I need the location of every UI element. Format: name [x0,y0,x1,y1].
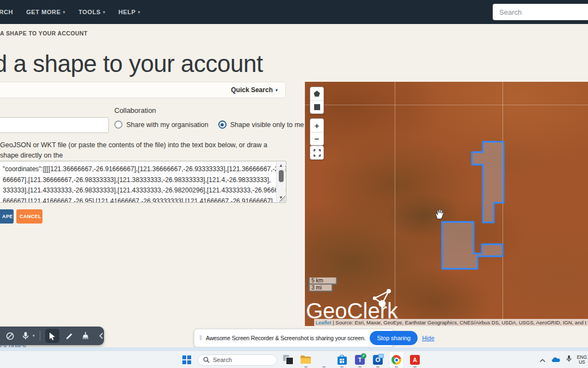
chevron-down-icon[interactable]: ▾ [33,334,35,338]
geojson-line: "coordinates":[[[[121.36666667,-26.91666… [3,164,274,175]
leaflet-map[interactable]: + − 5 km 3 mi GeoClerk Leaflet | Source:… [305,82,588,326]
fullscreen-icon [314,149,321,156]
map-attribution: Leaflet | Source: Esri, Maxar, GeoEye, E… [314,319,588,326]
radio-visible-only-me[interactable] [218,120,226,129]
acrobat-icon: A [410,355,420,365]
search-icon [203,357,210,363]
sharing-message: Awesome Screen Recorder & Screenshot is … [206,335,365,341]
hand-cursor [433,207,446,220]
chrome-icon [391,355,401,365]
windows-logo-icon [182,355,191,364]
shape-north-polygon[interactable] [472,142,504,222]
geojson-line: 666667],[121.41666667,-26.95],[121.41666… [3,196,274,203]
draw-toolbar [310,87,324,114]
leaflet-link[interactable]: Leaflet [316,319,332,325]
geojson-content: "coordinates":[[[[121.36666667,-26.91666… [3,164,274,203]
chevron-down-icon: ▾ [275,88,278,93]
geoclerk-app: EARCH GET MORE▾ TOOLS▾ HELP▾ A SHAPE TO … [0,0,588,368]
teams-icon: T✓ [355,355,365,365]
windows-taskbar: Search T✓ O A [0,351,588,368]
shape-name-field[interactable] [0,117,109,133]
envelope-badge-icon [378,354,384,358]
chevron-down-icon: ▾ [63,10,66,15]
breadcrumb: A SHAPE TO YOUR ACCOUNT [0,30,88,37]
screen-sharing-banner: ‖ Awesome Screen Recorder & Screenshot i… [194,329,394,347]
nav-item-tools[interactable]: TOOLS▾ [78,9,105,15]
zoom-out-button[interactable]: − [310,132,323,145]
chrome-button[interactable] [389,351,404,368]
microphone-icon[interactable] [20,330,31,341]
cancel-button[interactable]: CANCEL [16,209,42,224]
teams-button[interactable]: T✓ [353,352,367,368]
toolbar-divider [40,331,40,341]
navbar-search-input[interactable] [493,4,588,20]
geojson-textarea[interactable]: "coordinates":[[[[121.36666667,-26.91666… [0,161,286,203]
scrollbar-thumb[interactable] [279,170,284,182]
file-explorer-button[interactable] [299,352,313,368]
pencil-tool[interactable] [64,330,75,341]
scale-bar-mi: 3 mi [309,285,333,292]
chevron-down-icon: ▾ [138,10,140,15]
drawn-shapes-layer [305,82,588,326]
textarea-resize-handle[interactable] [279,196,285,202]
language-indicator[interactable]: ENG US [577,355,587,365]
camera-off-icon[interactable] [4,330,15,341]
nav-item-get-more[interactable]: GET MORE▾ [26,9,65,15]
nav-menu: EARCH GET MORE▾ TOOLS▾ HELP▾ [0,0,140,24]
drag-grip-icon[interactable]: ‖ [199,334,201,342]
hide-link[interactable]: Hide [422,335,434,341]
rectangle-icon [314,104,320,110]
geojson-line: 333333],[121.43333333,-26.98333333],[121… [3,185,274,196]
show-hidden-icons-chevron[interactable] [540,355,546,365]
scale-bar-km: 5 km [309,277,337,285]
edge-icon [319,355,329,365]
collapse-toolbar-chevron[interactable] [96,330,107,341]
radio-visible-only-me-label[interactable]: Shape visible only to me [230,121,304,129]
radio-share-organisation[interactable] [114,120,122,129]
nav-item-search[interactable]: EARCH [0,9,13,15]
geoclerk-logo-icon [369,286,393,310]
outlook-icon: O [373,355,383,365]
outlook-button[interactable]: O [371,352,385,368]
acrobat-button[interactable]: A [408,352,422,368]
collaboration-label: Collaboration [114,106,156,114]
shape-south-polygon[interactable] [442,222,503,269]
edge-browser-button[interactable] [317,352,331,368]
select-cursor-tool[interactable] [45,329,59,343]
geojson-line: 666667],[121.36666667,-26.98333333],[121… [3,175,274,186]
store-icon [338,357,347,365]
nav-item-help[interactable]: HELP▾ [119,9,140,15]
chevron-down-icon: ▾ [103,10,106,15]
fullscreen-button[interactable] [310,146,323,159]
taskbar-search-label: Search [213,357,232,363]
check-badge-icon: ✓ [361,353,366,359]
collaboration-radio-group: Share with my organisation Shape visible… [114,120,304,129]
stop-sharing-button[interactable]: Stop sharing [370,331,418,345]
start-button[interactable] [180,352,194,368]
quick-search-bar[interactable]: Quick Search ▾ [0,82,286,98]
radio-share-organisation-label[interactable]: Share with my organisation [126,121,209,129]
screen-recorder-toolbar: ▾ [0,327,104,345]
draw-rectangle-button[interactable] [310,100,323,113]
taskbar-search[interactable]: Search [198,354,277,366]
page-title: Add a shape to your account [0,50,263,77]
top-navbar: EARCH GET MORE▾ TOOLS▾ HELP▾ [0,0,588,24]
scroll-up-arrow[interactable]: ▲ [277,162,285,170]
zoom-in-button[interactable]: + [310,119,323,132]
pentagon-icon [313,90,321,98]
save-shape-button[interactable]: APE [0,209,14,224]
microsoft-store-button[interactable] [335,352,349,368]
microphone-tray-icon[interactable] [566,355,572,365]
draw-pentagon-button[interactable] [310,87,323,100]
zoom-control: + − [310,118,324,146]
fullscreen-control [310,146,324,160]
task-view-button[interactable] [281,352,295,368]
quick-search-label[interactable]: Quick Search [231,86,273,94]
onedrive-cloud-icon[interactable] [551,355,561,365]
clean-brush-tool[interactable] [80,330,91,341]
